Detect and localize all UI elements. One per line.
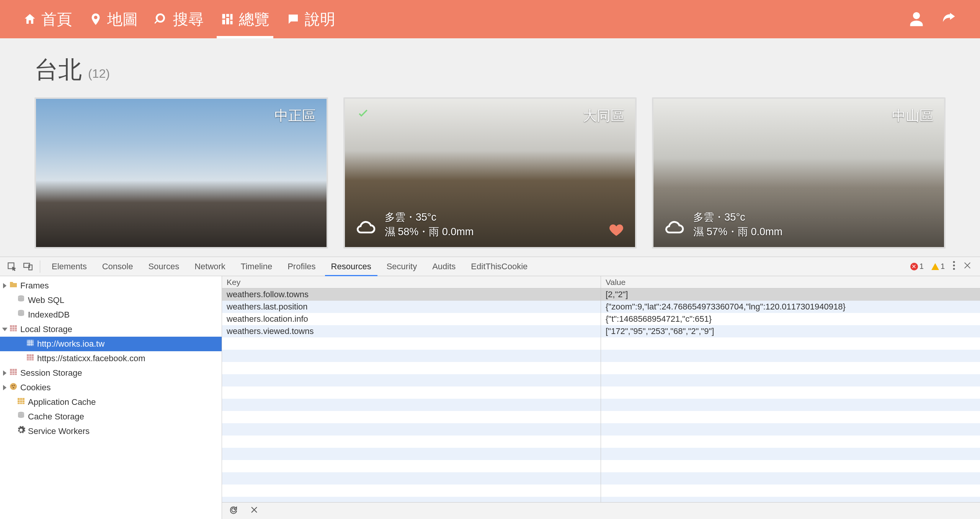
heart-icon[interactable] [608,222,624,239]
search-icon [155,12,168,26]
svg-point-14 [14,385,15,386]
share-icon[interactable] [940,11,957,28]
table-rows[interactable]: weathers.follow.towns [2,"2"] weathers.l… [222,288,980,502]
cards: 中正區 大同區 多雲・35°c [34,97,946,249]
table-icon [26,338,35,350]
nav-home[interactable]: 首頁 [23,0,72,38]
tree-websql[interactable]: Web SQL [0,293,222,308]
card-weather: 多雲・35°c 濕 58%・雨 0.0mm [385,210,474,239]
tab-sources[interactable]: Sources [140,257,187,276]
tree-indexeddb[interactable]: IndexedDB [0,308,222,322]
nav-map-label: 地圖 [107,9,138,30]
table-icon [9,324,18,335]
page-content: 台北 (12) 中正區 大同區 [0,38,980,257]
table-footer [222,502,980,519]
tree-ls-origin-1[interactable]: http://works.ioa.tw [0,337,222,351]
cloud-icon [664,216,686,239]
table-icon [9,367,18,379]
table-row-empty [222,460,980,472]
refresh-icon[interactable] [229,505,238,517]
tab-security[interactable]: Security [379,257,425,276]
tree-cookies[interactable]: Cookies [0,380,222,395]
tab-elements[interactable]: Elements [44,257,95,276]
divider [40,260,40,273]
weather-line2: 濕 57%・雨 0.0mm [693,225,782,239]
card-zhongshan[interactable]: 中山區 多雲・35°c 濕 57%・雨 0.0mm [652,97,946,249]
database-icon [16,411,26,422]
table-row-empty [222,411,980,423]
table-row-empty [222,399,980,411]
delete-icon[interactable] [250,505,259,517]
tab-network[interactable]: Network [187,257,233,276]
close-icon[interactable] [963,261,972,272]
table-row-empty [222,362,980,374]
error-badge[interactable]: ✕1 [910,262,924,271]
nav-help-label: 說明 [305,9,335,30]
nav-map[interactable]: 地圖 [89,0,138,38]
page-count: (12) [88,67,110,81]
table-row[interactable]: weathers.location.info {"t":146856895472… [222,313,980,325]
col-value[interactable]: Value [601,276,980,288]
card-zhongzheng[interactable]: 中正區 [34,97,328,249]
devtools-body: Frames Web SQL IndexedDB Local Storage h… [0,276,980,519]
tree-sessionstorage[interactable]: Session Storage [0,366,222,380]
resource-tree[interactable]: Frames Web SQL IndexedDB Local Storage h… [0,276,222,519]
table-row[interactable]: weathers.last.position {"zoom":9,"lat":2… [222,301,980,313]
table-icon [16,396,26,408]
devtools-tabs: Elements Console Sources Network Timelin… [0,257,980,276]
grid-icon [220,12,234,26]
tab-audits[interactable]: Audits [425,257,463,276]
svg-point-15 [13,387,14,388]
svg-point-6 [18,295,24,298]
card-name: 中正區 [274,106,316,125]
table-icon [26,353,35,364]
folder-icon [9,280,18,291]
card-name: 大同區 [583,106,624,125]
weather-line1: 多雲・35°c [385,210,474,225]
table-row-empty [222,472,980,485]
card-weather: 多雲・35°c 濕 57%・雨 0.0mm [693,210,782,239]
inspect-icon[interactable] [4,259,20,275]
device-icon[interactable] [20,259,36,275]
tab-timeline[interactable]: Timeline [233,257,280,276]
svg-point-7 [18,310,24,312]
table-row-empty [222,485,980,497]
svg-rect-10 [27,354,34,360]
nav-help[interactable]: 說明 [286,0,335,38]
col-key[interactable]: Key [222,276,601,288]
app-bar: 首頁 地圖 搜尋 總覽 說明 [0,0,980,38]
tree-cachestorage[interactable]: Cache Storage [0,409,222,424]
table-row[interactable]: weathers.follow.towns [2,"2"] [222,288,980,301]
check-icon [356,106,371,125]
tree-ls-origin-2[interactable]: https://staticxx.facebook.com [0,351,222,366]
tree-localstorage[interactable]: Local Storage [0,322,222,337]
user-icon[interactable] [908,11,925,28]
devtools: Elements Console Sources Network Timelin… [0,257,980,519]
card-name: 中山區 [892,106,933,125]
table-row-empty [222,350,980,362]
nav-overview[interactable]: 總覽 [220,0,270,38]
tab-profiles[interactable]: Profiles [280,257,323,276]
weather-line1: 多雲・35°c [693,210,782,225]
weather-line2: 濕 58%・雨 0.0mm [385,225,474,239]
home-icon [23,12,37,26]
tree-serviceworkers[interactable]: Service Workers [0,424,222,439]
tab-resources[interactable]: Resources [323,257,379,276]
svg-rect-11 [10,369,17,375]
svg-rect-16 [18,398,24,404]
kebab-icon[interactable] [952,260,956,273]
cookie-icon [9,382,18,393]
table-row-empty [222,448,980,460]
warning-badge[interactable]: 1 [931,262,945,271]
nav-search[interactable]: 搜尋 [155,0,204,38]
tree-frames[interactable]: Frames [0,278,222,293]
table-row-empty [222,374,980,386]
cloud-icon [356,216,377,239]
tab-console[interactable]: Console [95,257,141,276]
table-row[interactable]: weathers.viewed.towns ["172","95","253",… [222,325,980,337]
nav: 首頁 地圖 搜尋 總覽 說明 [23,0,335,38]
tree-appcache[interactable]: Application Cache [0,395,222,409]
tab-editthiscookie[interactable]: EditThisCookie [463,257,535,276]
card-datong[interactable]: 大同區 多雲・35°c 濕 58%・雨 0.0mm [343,97,637,249]
svg-point-12 [10,383,17,390]
